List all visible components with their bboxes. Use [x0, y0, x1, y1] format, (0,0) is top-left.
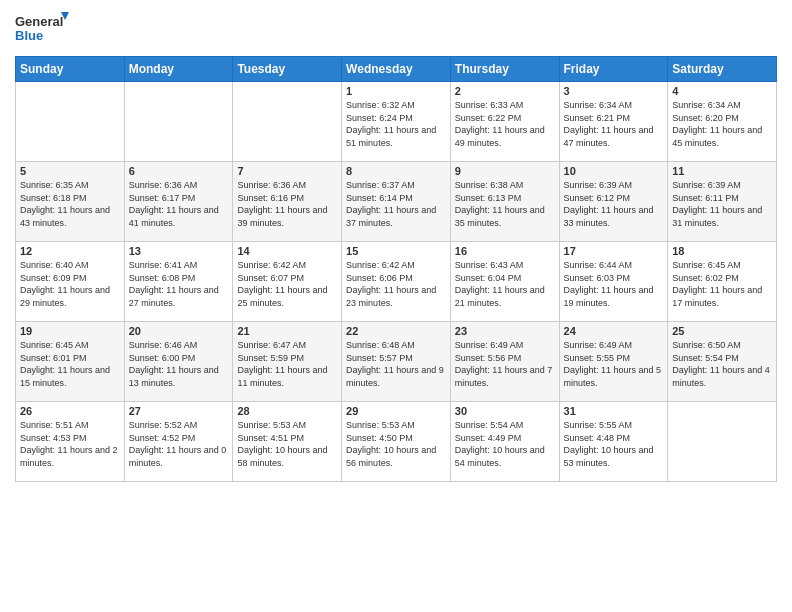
- calendar-cell: 6Sunrise: 6:36 AMSunset: 6:17 PMDaylight…: [124, 162, 233, 242]
- day-number: 7: [237, 165, 337, 177]
- day-number: 1: [346, 85, 446, 97]
- day-number: 8: [346, 165, 446, 177]
- calendar-cell: 21Sunrise: 6:47 AMSunset: 5:59 PMDayligh…: [233, 322, 342, 402]
- day-number: 30: [455, 405, 555, 417]
- day-info: Sunrise: 6:43 AMSunset: 6:04 PMDaylight:…: [455, 259, 555, 309]
- calendar-cell: 13Sunrise: 6:41 AMSunset: 6:08 PMDayligh…: [124, 242, 233, 322]
- calendar-cell: 15Sunrise: 6:42 AMSunset: 6:06 PMDayligh…: [342, 242, 451, 322]
- header: General Blue: [15, 10, 777, 48]
- day-number: 18: [672, 245, 772, 257]
- calendar-week-row: 1Sunrise: 6:32 AMSunset: 6:24 PMDaylight…: [16, 82, 777, 162]
- day-info: Sunrise: 6:49 AMSunset: 5:56 PMDaylight:…: [455, 339, 555, 389]
- day-info: Sunrise: 6:47 AMSunset: 5:59 PMDaylight:…: [237, 339, 337, 389]
- day-number: 25: [672, 325, 772, 337]
- day-number: 2: [455, 85, 555, 97]
- calendar-week-row: 5Sunrise: 6:35 AMSunset: 6:18 PMDaylight…: [16, 162, 777, 242]
- day-number: 27: [129, 405, 229, 417]
- day-number: 15: [346, 245, 446, 257]
- day-number: 20: [129, 325, 229, 337]
- day-number: 9: [455, 165, 555, 177]
- day-of-week-header: Sunday: [16, 57, 125, 82]
- calendar-cell: 2Sunrise: 6:33 AMSunset: 6:22 PMDaylight…: [450, 82, 559, 162]
- calendar-cell: 1Sunrise: 6:32 AMSunset: 6:24 PMDaylight…: [342, 82, 451, 162]
- day-of-week-header: Monday: [124, 57, 233, 82]
- day-number: 21: [237, 325, 337, 337]
- calendar-cell: 26Sunrise: 5:51 AMSunset: 4:53 PMDayligh…: [16, 402, 125, 482]
- day-info: Sunrise: 6:42 AMSunset: 6:06 PMDaylight:…: [346, 259, 446, 309]
- calendar-cell: [668, 402, 777, 482]
- calendar-cell: 20Sunrise: 6:46 AMSunset: 6:00 PMDayligh…: [124, 322, 233, 402]
- day-number: 10: [564, 165, 664, 177]
- calendar-cell: [124, 82, 233, 162]
- day-info: Sunrise: 6:32 AMSunset: 6:24 PMDaylight:…: [346, 99, 446, 149]
- calendar: SundayMondayTuesdayWednesdayThursdayFrid…: [15, 56, 777, 482]
- day-number: 6: [129, 165, 229, 177]
- calendar-cell: 11Sunrise: 6:39 AMSunset: 6:11 PMDayligh…: [668, 162, 777, 242]
- day-number: 31: [564, 405, 664, 417]
- day-number: 13: [129, 245, 229, 257]
- day-info: Sunrise: 5:53 AMSunset: 4:51 PMDaylight:…: [237, 419, 337, 469]
- calendar-cell: [16, 82, 125, 162]
- day-number: 24: [564, 325, 664, 337]
- calendar-cell: 31Sunrise: 5:55 AMSunset: 4:48 PMDayligh…: [559, 402, 668, 482]
- day-info: Sunrise: 5:54 AMSunset: 4:49 PMDaylight:…: [455, 419, 555, 469]
- calendar-week-row: 26Sunrise: 5:51 AMSunset: 4:53 PMDayligh…: [16, 402, 777, 482]
- day-number: 16: [455, 245, 555, 257]
- day-of-week-header: Saturday: [668, 57, 777, 82]
- day-info: Sunrise: 6:34 AMSunset: 6:20 PMDaylight:…: [672, 99, 772, 149]
- calendar-cell: 19Sunrise: 6:45 AMSunset: 6:01 PMDayligh…: [16, 322, 125, 402]
- day-info: Sunrise: 6:41 AMSunset: 6:08 PMDaylight:…: [129, 259, 229, 309]
- day-info: Sunrise: 6:48 AMSunset: 5:57 PMDaylight:…: [346, 339, 446, 389]
- logo: General Blue: [15, 10, 70, 48]
- calendar-cell: 12Sunrise: 6:40 AMSunset: 6:09 PMDayligh…: [16, 242, 125, 322]
- calendar-cell: 22Sunrise: 6:48 AMSunset: 5:57 PMDayligh…: [342, 322, 451, 402]
- day-info: Sunrise: 6:45 AMSunset: 6:01 PMDaylight:…: [20, 339, 120, 389]
- calendar-cell: 9Sunrise: 6:38 AMSunset: 6:13 PMDaylight…: [450, 162, 559, 242]
- day-info: Sunrise: 6:39 AMSunset: 6:11 PMDaylight:…: [672, 179, 772, 229]
- calendar-header-row: SundayMondayTuesdayWednesdayThursdayFrid…: [16, 57, 777, 82]
- calendar-cell: 17Sunrise: 6:44 AMSunset: 6:03 PMDayligh…: [559, 242, 668, 322]
- day-info: Sunrise: 5:52 AMSunset: 4:52 PMDaylight:…: [129, 419, 229, 469]
- day-number: 3: [564, 85, 664, 97]
- day-number: 11: [672, 165, 772, 177]
- calendar-cell: 27Sunrise: 5:52 AMSunset: 4:52 PMDayligh…: [124, 402, 233, 482]
- calendar-cell: 3Sunrise: 6:34 AMSunset: 6:21 PMDaylight…: [559, 82, 668, 162]
- day-number: 26: [20, 405, 120, 417]
- day-info: Sunrise: 6:44 AMSunset: 6:03 PMDaylight:…: [564, 259, 664, 309]
- calendar-cell: 29Sunrise: 5:53 AMSunset: 4:50 PMDayligh…: [342, 402, 451, 482]
- day-number: 4: [672, 85, 772, 97]
- day-info: Sunrise: 6:38 AMSunset: 6:13 PMDaylight:…: [455, 179, 555, 229]
- day-number: 12: [20, 245, 120, 257]
- day-info: Sunrise: 6:37 AMSunset: 6:14 PMDaylight:…: [346, 179, 446, 229]
- calendar-cell: 4Sunrise: 6:34 AMSunset: 6:20 PMDaylight…: [668, 82, 777, 162]
- day-of-week-header: Thursday: [450, 57, 559, 82]
- day-number: 14: [237, 245, 337, 257]
- day-info: Sunrise: 6:49 AMSunset: 5:55 PMDaylight:…: [564, 339, 664, 389]
- calendar-cell: 10Sunrise: 6:39 AMSunset: 6:12 PMDayligh…: [559, 162, 668, 242]
- calendar-cell: 23Sunrise: 6:49 AMSunset: 5:56 PMDayligh…: [450, 322, 559, 402]
- calendar-cell: 24Sunrise: 6:49 AMSunset: 5:55 PMDayligh…: [559, 322, 668, 402]
- logo-svg: General Blue: [15, 10, 70, 48]
- calendar-cell: [233, 82, 342, 162]
- calendar-cell: 25Sunrise: 6:50 AMSunset: 5:54 PMDayligh…: [668, 322, 777, 402]
- calendar-cell: 14Sunrise: 6:42 AMSunset: 6:07 PMDayligh…: [233, 242, 342, 322]
- calendar-cell: 7Sunrise: 6:36 AMSunset: 6:16 PMDaylight…: [233, 162, 342, 242]
- day-number: 23: [455, 325, 555, 337]
- day-info: Sunrise: 6:45 AMSunset: 6:02 PMDaylight:…: [672, 259, 772, 309]
- day-of-week-header: Tuesday: [233, 57, 342, 82]
- day-of-week-header: Wednesday: [342, 57, 451, 82]
- day-info: Sunrise: 6:46 AMSunset: 6:00 PMDaylight:…: [129, 339, 229, 389]
- day-info: Sunrise: 6:34 AMSunset: 6:21 PMDaylight:…: [564, 99, 664, 149]
- day-number: 28: [237, 405, 337, 417]
- calendar-cell: 30Sunrise: 5:54 AMSunset: 4:49 PMDayligh…: [450, 402, 559, 482]
- day-info: Sunrise: 6:33 AMSunset: 6:22 PMDaylight:…: [455, 99, 555, 149]
- calendar-cell: 16Sunrise: 6:43 AMSunset: 6:04 PMDayligh…: [450, 242, 559, 322]
- day-number: 17: [564, 245, 664, 257]
- day-info: Sunrise: 6:36 AMSunset: 6:17 PMDaylight:…: [129, 179, 229, 229]
- day-info: Sunrise: 6:35 AMSunset: 6:18 PMDaylight:…: [20, 179, 120, 229]
- calendar-week-row: 19Sunrise: 6:45 AMSunset: 6:01 PMDayligh…: [16, 322, 777, 402]
- day-info: Sunrise: 6:42 AMSunset: 6:07 PMDaylight:…: [237, 259, 337, 309]
- calendar-week-row: 12Sunrise: 6:40 AMSunset: 6:09 PMDayligh…: [16, 242, 777, 322]
- day-info: Sunrise: 5:55 AMSunset: 4:48 PMDaylight:…: [564, 419, 664, 469]
- day-info: Sunrise: 6:39 AMSunset: 6:12 PMDaylight:…: [564, 179, 664, 229]
